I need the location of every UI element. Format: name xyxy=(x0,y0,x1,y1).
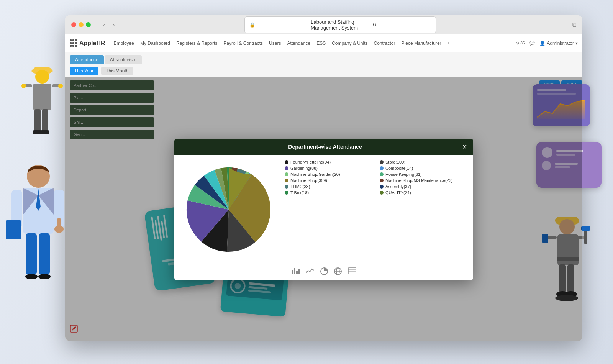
svg-rect-24 xyxy=(33,130,41,134)
modal-overlay[interactable]: Department-wise Attendance ✕ xyxy=(65,77,582,341)
nav-registers-reports[interactable]: Registers & Reports xyxy=(174,39,220,48)
nav-right: ⊙ 35 💬 👤 Administrator ▾ xyxy=(516,41,578,46)
svg-rect-22 xyxy=(34,109,41,132)
close-button[interactable] xyxy=(71,22,76,27)
legend-item: T Box(18) xyxy=(285,190,374,195)
refresh-button[interactable]: ↻ xyxy=(372,22,431,28)
traffic-lights xyxy=(71,22,91,27)
svg-rect-23 xyxy=(42,109,48,132)
filter-row: This Year This Month xyxy=(65,64,582,77)
logo-text: AppleHR xyxy=(79,40,105,47)
app-navbar: AppleHR Employee My Dashboard Registers … xyxy=(65,34,582,52)
svg-rect-27 xyxy=(23,188,54,234)
user-menu[interactable]: 👤 Administrator ▾ xyxy=(539,41,578,46)
legend-label-machine-shop: Machine Shop(359) xyxy=(290,178,327,183)
nav-users[interactable]: Users xyxy=(267,39,283,48)
nav-add[interactable]: + xyxy=(445,39,452,48)
app-logo: AppleHR xyxy=(70,39,105,47)
legend-item: Foundry/Fetteling(94) xyxy=(285,160,374,164)
svg-point-26 xyxy=(27,165,50,188)
svg-point-14 xyxy=(31,68,53,74)
svg-point-16 xyxy=(35,70,49,84)
nav-payroll-contracts[interactable]: Payroll & Contracts xyxy=(221,39,265,48)
browser-titlebar: ‹ › 🔒 Labour and Staffing Management Sys… xyxy=(65,15,582,34)
chat-icon[interactable]: 💬 xyxy=(529,41,535,46)
legend-label-housekeeping: House Keeping(61) xyxy=(385,172,422,177)
maximize-button[interactable] xyxy=(86,22,91,27)
line-chart-tool[interactable] xyxy=(306,267,314,277)
legend-item: Assembly(37) xyxy=(380,184,469,189)
modal-body: Foundry/Fetteling(94) Store(109) Gardeni… xyxy=(174,155,473,264)
tab-absenteeism[interactable]: Absenteeism xyxy=(105,55,142,64)
svg-rect-30 xyxy=(54,190,64,228)
tabs-row: Attendance Absenteeism xyxy=(65,52,582,64)
notification-badge[interactable]: ⊙ 35 xyxy=(516,41,525,46)
nav-contractor[interactable]: Contractor xyxy=(372,39,398,48)
table-chart-tool[interactable] xyxy=(348,267,356,277)
svg-rect-8 xyxy=(348,268,356,274)
legend-item: Machine Shop/MS Maintenance(23) xyxy=(380,178,469,183)
this-month-button[interactable]: This Month xyxy=(101,67,133,75)
legend-label-ms-maintenance: Machine Shop/MS Maintenance(23) xyxy=(385,178,452,183)
address-bar[interactable]: 🔒 Labour and Staffing Management System … xyxy=(244,16,436,33)
pie-chart-tool[interactable] xyxy=(320,267,328,277)
legend-label-machine-garden: Machine Shop/Garden(20) xyxy=(290,172,340,177)
modal-close-button[interactable]: ✕ xyxy=(462,143,467,151)
legend-dot-foundry xyxy=(285,160,288,164)
svg-point-32 xyxy=(54,225,64,233)
nav-menu: Employee My Dashboard Registers & Report… xyxy=(111,39,510,48)
svg-rect-34 xyxy=(57,218,61,230)
legend-item: THMC(33) xyxy=(285,184,374,189)
nav-piece-manufacturer[interactable]: Piece Manufacturer xyxy=(399,39,444,48)
svg-rect-19 xyxy=(52,84,60,87)
nav-company-units[interactable]: Company & Units xyxy=(329,39,370,48)
pie-chart-container xyxy=(179,160,279,259)
browser-window: ‹ › 🔒 Labour and Staffing Management Sys… xyxy=(65,15,582,341)
back-button[interactable]: ‹ xyxy=(100,20,108,30)
svg-rect-36 xyxy=(39,233,50,275)
forward-button[interactable]: › xyxy=(110,20,118,30)
legend-label-assembly: Assembly(37) xyxy=(385,184,411,189)
nav-buttons: ‹ › xyxy=(100,20,118,30)
legend-dot-assembly xyxy=(380,185,384,189)
window-button[interactable]: ⧉ xyxy=(572,21,576,28)
nav-ess[interactable]: ESS xyxy=(314,39,328,48)
add-tab-button[interactable]: + xyxy=(562,21,566,28)
svg-rect-1 xyxy=(294,268,295,274)
legend-label-store: Store(109) xyxy=(385,160,405,164)
app-content: Attendance Absenteeism This Year This Mo… xyxy=(65,52,582,341)
tab-attendance[interactable]: Attendance xyxy=(70,55,104,64)
legend-dot-gardening xyxy=(285,166,288,170)
legend-item: Gardening(88) xyxy=(285,166,374,171)
svg-marker-28 xyxy=(36,189,41,211)
legend-dot-machine-shop xyxy=(285,179,288,182)
this-year-button[interactable]: This Year xyxy=(70,67,98,75)
svg-point-31 xyxy=(12,225,21,233)
legend-label-quality: QUALITY(24) xyxy=(385,190,411,195)
legend-dot-quality xyxy=(380,191,384,195)
nav-attendance[interactable]: Attendance xyxy=(285,39,313,48)
svg-rect-46 xyxy=(584,229,587,244)
legend-dot-composite xyxy=(380,166,384,170)
chart-legend: Foundry/Fetteling(94) Store(109) Gardeni… xyxy=(285,160,469,195)
legend-item: House Keeping(61) xyxy=(380,172,469,177)
grid-icon xyxy=(70,39,77,47)
svg-rect-33 xyxy=(6,220,21,239)
svg-rect-15 xyxy=(33,67,51,74)
svg-rect-29 xyxy=(11,190,22,228)
department-attendance-modal: Department-wise Attendance ✕ xyxy=(174,139,473,280)
nav-employee[interactable]: Employee xyxy=(111,39,136,48)
legend-label-composite: Composite(14) xyxy=(385,166,413,171)
svg-point-20 xyxy=(21,84,26,88)
legend-dot-machine-garden xyxy=(285,172,288,176)
svg-point-21 xyxy=(58,84,63,88)
minimize-button[interactable] xyxy=(79,22,84,27)
globe-chart-tool[interactable] xyxy=(334,267,342,277)
bar-chart-tool[interactable] xyxy=(291,267,300,277)
nav-my-dashboard[interactable]: My Dashboard xyxy=(138,39,172,48)
browser-actions: + ⧉ xyxy=(562,21,576,28)
svg-rect-17 xyxy=(33,84,51,110)
legend-dot-housekeeping xyxy=(380,172,384,176)
legend-label-gardening: Gardening(88) xyxy=(290,166,318,171)
worker-figure-topleft xyxy=(19,50,65,146)
